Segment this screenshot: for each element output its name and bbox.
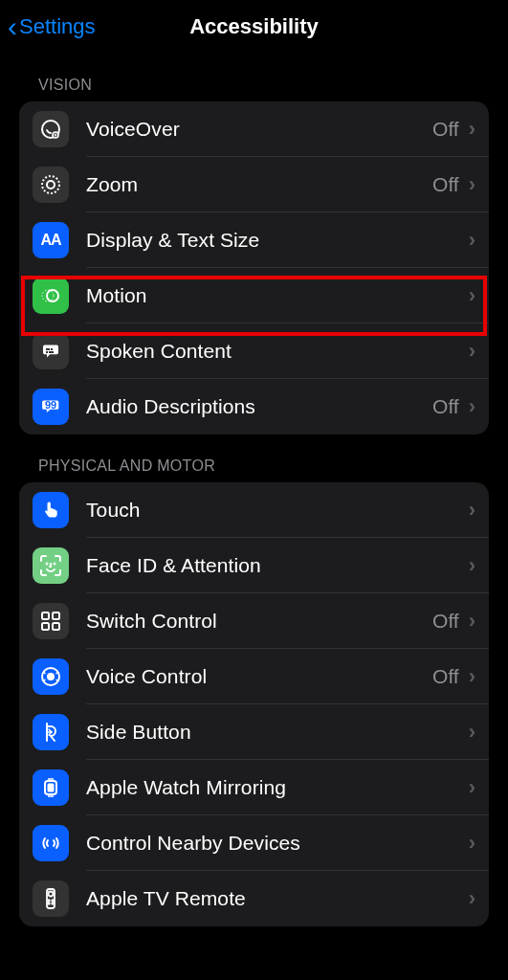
row-label: Spoken Content (86, 340, 459, 363)
row-label: Apple TV Remote (86, 887, 459, 910)
row-label: Switch Control (86, 610, 432, 633)
row-label: Display & Text Size (86, 229, 459, 252)
row-display-text-size[interactable]: AA Display & Text Size › (19, 212, 489, 268)
svg-point-24 (52, 900, 54, 902)
row-label: Touch (86, 499, 459, 522)
nearby-devices-icon (33, 825, 69, 861)
row-value: Off (432, 665, 459, 688)
svg-rect-9 (49, 351, 54, 353)
svg-point-18 (48, 674, 54, 679)
faceid-icon (33, 547, 69, 584)
row-faceid[interactable]: Face ID & Attention › (19, 538, 489, 593)
switch-control-icon (33, 603, 69, 639)
row-value: Off (432, 173, 459, 196)
svg-rect-13 (42, 612, 49, 619)
voiceover-icon (33, 111, 69, 147)
page-title: Accessibility (189, 14, 319, 39)
chevron-left-icon: ‹ (8, 12, 17, 41)
zoom-icon (33, 167, 69, 203)
row-zoom[interactable]: Zoom Off › (19, 157, 489, 212)
svg-point-25 (48, 902, 50, 904)
svg-text:99: 99 (45, 399, 56, 411)
chevron-right-icon: › (469, 609, 475, 634)
row-watch-mirroring[interactable]: Apple Watch Mirroring › (19, 760, 489, 815)
navigation-bar: ‹ Settings Accessibility (0, 0, 508, 54)
chevron-right-icon: › (469, 831, 475, 856)
chevron-right-icon: › (469, 886, 475, 911)
section-header-physical: PHYSICAL AND MOTOR (0, 434, 508, 482)
group-vision: VoiceOver Off › Zoom Off › AA Display & … (19, 101, 489, 434)
row-value: Off (432, 610, 459, 633)
apple-tv-remote-icon (33, 880, 69, 917)
row-apple-tv-remote[interactable]: Apple TV Remote › (19, 871, 489, 926)
svg-point-22 (49, 892, 54, 897)
row-voice-control[interactable]: Voice Control Off › (19, 649, 489, 704)
svg-rect-14 (53, 612, 59, 619)
row-label: Apple Watch Mirroring (86, 776, 459, 799)
row-voiceover[interactable]: VoiceOver Off › (19, 101, 489, 157)
chevron-right-icon: › (469, 172, 475, 197)
row-label: Face ID & Attention (86, 554, 459, 577)
speech-bubble-icon (33, 333, 69, 369)
row-side-button[interactable]: Side Button › (19, 704, 489, 760)
svg-rect-8 (46, 351, 48, 353)
text-size-icon: AA (33, 222, 69, 258)
side-button-icon (33, 714, 69, 750)
back-button[interactable]: ‹ Settings (8, 0, 96, 54)
chevron-right-icon: › (469, 283, 475, 308)
row-motion[interactable]: Motion › (19, 268, 489, 323)
svg-point-12 (55, 564, 55, 565)
svg-rect-20 (48, 784, 55, 792)
motion-icon (33, 278, 69, 314)
audio-descriptions-icon: 99 (33, 389, 69, 425)
row-label: Audio Descriptions (86, 395, 432, 418)
touch-icon (33, 492, 69, 528)
row-value: Off (432, 395, 459, 418)
svg-rect-16 (53, 623, 59, 630)
section-header-vision: VISION (0, 54, 508, 101)
watch-icon (33, 769, 69, 806)
svg-point-4 (47, 290, 58, 301)
row-label: Voice Control (86, 665, 432, 688)
row-label: Control Nearby Devices (86, 832, 459, 855)
row-label: Side Button (86, 721, 459, 744)
row-label: Zoom (86, 173, 432, 196)
chevron-right-icon: › (469, 664, 475, 689)
voice-control-icon (33, 658, 69, 695)
row-nearby-devices[interactable]: Control Nearby Devices › (19, 815, 489, 871)
chevron-right-icon: › (469, 775, 475, 800)
svg-rect-7 (51, 348, 53, 350)
svg-rect-15 (42, 623, 49, 630)
row-value: Off (432, 118, 459, 141)
row-touch[interactable]: Touch › (19, 482, 489, 538)
svg-point-11 (47, 564, 48, 565)
row-label: VoiceOver (86, 118, 432, 141)
row-audio-descriptions[interactable]: 99 Audio Descriptions Off › (19, 379, 489, 434)
chevron-right-icon: › (469, 117, 475, 142)
row-label: Motion (86, 284, 459, 307)
chevron-right-icon: › (469, 553, 475, 578)
chevron-right-icon: › (469, 228, 475, 253)
chevron-right-icon: › (469, 498, 475, 523)
chevron-right-icon: › (469, 720, 475, 745)
svg-point-2 (42, 176, 59, 193)
chevron-right-icon: › (469, 339, 475, 364)
svg-point-26 (52, 902, 54, 904)
row-switch-control[interactable]: Switch Control Off › (19, 593, 489, 649)
group-physical: Touch › Face ID & Attention › Switch Con… (19, 482, 489, 926)
chevron-right-icon: › (469, 394, 475, 419)
row-spoken-content[interactable]: Spoken Content › (19, 323, 489, 379)
svg-point-3 (47, 181, 55, 189)
back-label: Settings (19, 14, 96, 39)
svg-rect-6 (46, 348, 50, 350)
svg-point-23 (48, 900, 50, 902)
